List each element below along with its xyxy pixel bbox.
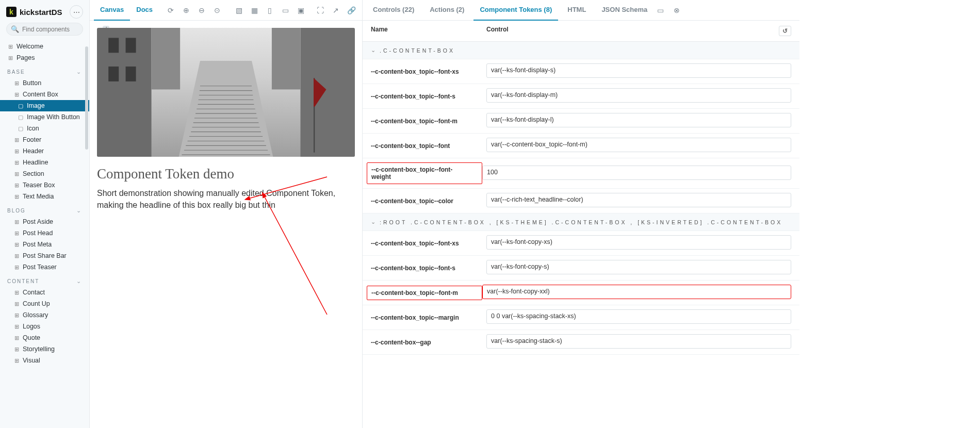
component-icon: ⊞ bbox=[13, 253, 20, 259]
tokens-section-name: .C-CONTENT-BOX bbox=[380, 47, 455, 54]
token-value-input[interactable]: var(--ks-font-display-s) bbox=[486, 63, 791, 78]
sidebar-item[interactable]: ⊞Content Box bbox=[0, 89, 89, 100]
token-value-input[interactable]: var(--c-content-box_topic--font-m) bbox=[486, 138, 791, 152]
sidebar-scrollbar[interactable] bbox=[85, 46, 88, 150]
component-icon: ⊞ bbox=[13, 230, 20, 237]
token-name: --c-content-box_topic--font-m bbox=[371, 118, 486, 125]
tab-component-tokens[interactable]: Component Tokens (8) bbox=[473, 0, 558, 21]
reset-button[interactable]: ↺ bbox=[779, 26, 791, 36]
grid-icon[interactable]: ▦ bbox=[248, 4, 261, 17]
addons-close-icon[interactable]: ⊗ bbox=[670, 4, 683, 17]
token-row: --c-content-box_topic--font-mvar(--ks-fo… bbox=[363, 109, 799, 134]
svg-rect-26 bbox=[108, 38, 119, 53]
open-external-icon[interactable]: ↗ bbox=[329, 4, 342, 17]
zoom-out-icon[interactable]: ⊖ bbox=[195, 4, 208, 17]
sidebar-group-header[interactable]: BASE⌄ bbox=[0, 63, 89, 77]
component-icon: ⊞ bbox=[13, 137, 20, 143]
sidebar-item[interactable]: ⊞Post Meta bbox=[0, 239, 89, 250]
sidebar-item-label: Quote bbox=[23, 334, 40, 341]
component-icon: ⊞ bbox=[13, 193, 20, 200]
component-icon: ⊞ bbox=[13, 312, 20, 319]
sidebar-item-label: Post Meta bbox=[23, 241, 52, 248]
sidebar-item[interactable]: ⊞Button bbox=[0, 77, 89, 89]
sidebar-item[interactable]: ⊞Section bbox=[0, 168, 89, 179]
sidebar-item-label: Section bbox=[23, 170, 44, 177]
sidebar-item[interactable]: ⊞Glossary bbox=[0, 309, 89, 321]
token-value-input[interactable]: var(--ks-spacing-stack-s) bbox=[486, 334, 791, 349]
token-row: --c-content-box_topic--font-svar(--ks-fo… bbox=[363, 84, 799, 109]
preview-body: Short demonstration showing manually edi… bbox=[97, 187, 355, 211]
sidebar-item[interactable]: ⊞Count Up bbox=[0, 298, 89, 309]
sidebar-item-label: Icon bbox=[27, 125, 39, 132]
tab-canvas[interactable]: Canvas bbox=[94, 0, 130, 21]
viewport-small-icon[interactable]: ▯ bbox=[263, 4, 276, 17]
sidebar-group-header[interactable]: BLOG⌄ bbox=[0, 202, 89, 216]
token-value-input[interactable]: var(--ks-font-display-m) bbox=[486, 88, 791, 103]
sidebar-group-name: BLOG bbox=[7, 208, 26, 213]
component-icon: ⊞ bbox=[13, 301, 20, 307]
svg-rect-29 bbox=[126, 67, 136, 81]
sidebar-item[interactable]: ⊞Quote bbox=[0, 332, 89, 343]
tab-docs[interactable]: Docs bbox=[130, 0, 159, 21]
sidebar-item-label: Headline bbox=[23, 159, 48, 166]
sidebar-item-label: Image bbox=[27, 102, 45, 109]
token-value-input[interactable]: 100 bbox=[482, 166, 791, 180]
search-input-wrap[interactable]: 🔍 / bbox=[6, 23, 83, 36]
search-input[interactable] bbox=[22, 26, 100, 33]
sidebar-group-header[interactable]: CONTENT⌄ bbox=[0, 273, 89, 287]
sidebar-menu-button[interactable]: ⋯ bbox=[70, 5, 83, 19]
token-value-input[interactable]: 0 0 var(--ks-spacing-stack-xs) bbox=[486, 309, 791, 324]
sidebar-item-label: Count Up bbox=[23, 300, 50, 307]
token-name: --c-content-box_topic--color bbox=[371, 197, 486, 205]
addons-orientation-icon[interactable]: ▭ bbox=[654, 4, 667, 17]
component-icon: ⊞ bbox=[13, 323, 20, 330]
zoom-in-icon[interactable]: ⊕ bbox=[179, 4, 193, 17]
tab-controls[interactable]: Controls (22) bbox=[367, 0, 420, 21]
sidebar-item[interactable]: ⊞Post Share Bar bbox=[0, 250, 89, 261]
sidebar-item[interactable]: ⊞Logos bbox=[0, 321, 89, 332]
sidebar-story-item[interactable]: ▢Image With Button bbox=[0, 111, 89, 123]
sidebar-item[interactable]: ⊞Post Head bbox=[0, 227, 89, 239]
token-value-input[interactable]: var(--ks-font-copy-xs) bbox=[486, 235, 791, 250]
token-name: --c-content-box_topic--font-s bbox=[371, 93, 486, 100]
brand-logo[interactable]: k kickstartDS bbox=[6, 7, 62, 17]
measure-icon[interactable]: ▣ bbox=[294, 4, 307, 17]
token-name: --c-content-box_topic--font-xs bbox=[371, 68, 486, 75]
sidebar-item[interactable]: ⊞Welcome bbox=[0, 41, 89, 52]
sidebar-item[interactable]: ⊞Header bbox=[0, 145, 89, 157]
fullscreen-icon[interactable]: ⛶ bbox=[314, 4, 327, 17]
sidebar-item[interactable]: ⊞Teaser Box bbox=[0, 179, 89, 191]
addons-panel: Controls (22) Actions (2) Component Toke… bbox=[363, 0, 799, 428]
sidebar-item[interactable]: ⊞Text Media bbox=[0, 191, 89, 202]
sidebar-item[interactable]: ⊞Visual bbox=[0, 355, 89, 366]
refresh-icon[interactable]: ⟳ bbox=[164, 4, 177, 17]
sidebar-item[interactable]: ⊞Pages bbox=[0, 52, 89, 63]
tokens-section-header[interactable]: ⌄:ROOT .C-CONTENT-BOX , [KS-THEME] .C-CO… bbox=[363, 213, 799, 231]
token-name: --c-content-box--gap bbox=[371, 339, 486, 346]
tab-html[interactable]: HTML bbox=[561, 0, 592, 21]
tab-json-schema[interactable]: JSON Schema bbox=[595, 0, 654, 21]
chevron-icon: ⌄ bbox=[76, 207, 82, 214]
canvas-toolbar: Canvas Docs ⟳ ⊕ ⊖ ⊙ ▧ ▦ ▯ ▭ ▣ bbox=[90, 0, 362, 21]
sidebar-story-item[interactable]: ▢Icon bbox=[0, 123, 89, 134]
sidebar-story-item[interactable]: ▢Image bbox=[0, 100, 89, 111]
sidebar-item[interactable]: ⊞Headline bbox=[0, 157, 89, 168]
sidebar-item[interactable]: ⊞Contact bbox=[0, 287, 89, 298]
token-value-input[interactable]: var(--ks-font-copy-s) bbox=[486, 260, 791, 274]
background-icon[interactable]: ▧ bbox=[232, 4, 246, 17]
token-row: --c-content-box_topic--font-mvar(--ks-fo… bbox=[363, 281, 799, 305]
svg-rect-27 bbox=[126, 38, 136, 53]
sidebar-item[interactable]: ⊞Footer bbox=[0, 134, 89, 145]
tab-actions[interactable]: Actions (2) bbox=[423, 0, 470, 21]
zoom-reset-icon[interactable]: ⊙ bbox=[210, 4, 224, 17]
tokens-section-header[interactable]: ⌄.C-CONTENT-BOX bbox=[363, 42, 799, 59]
token-value-input[interactable]: var(--ks-font-display-l) bbox=[486, 113, 791, 127]
link-icon[interactable]: 🔗 bbox=[345, 4, 358, 17]
tokens-body: ⌄.C-CONTENT-BOX--c-content-box_topic--fo… bbox=[363, 42, 799, 428]
sidebar-item[interactable]: ⊞Post Teaser bbox=[0, 261, 89, 273]
token-value-input[interactable]: var(--c-rich-text_headline--color) bbox=[486, 193, 791, 207]
viewport-large-icon[interactable]: ▭ bbox=[279, 4, 292, 17]
sidebar-item[interactable]: ⊞Post Aside bbox=[0, 216, 89, 227]
token-value-input[interactable]: var(--ks-font-copy-xxl) bbox=[482, 285, 791, 299]
sidebar-item[interactable]: ⊞Storytelling bbox=[0, 343, 89, 355]
